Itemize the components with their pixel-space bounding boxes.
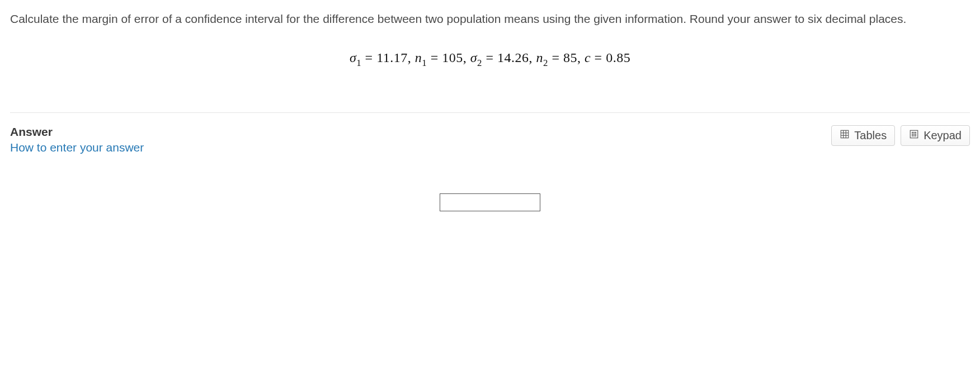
keypad-button[interactable]: Keypad [901, 125, 970, 146]
svg-point-13 [914, 136, 915, 136]
svg-point-14 [916, 136, 916, 136]
svg-point-10 [914, 134, 915, 135]
n2-value: 85 [563, 50, 577, 65]
formula-display: σ1 = 11.17, n1 = 105, σ2 = 14.26, n2 = 8… [10, 50, 970, 68]
n1-value: 105 [442, 50, 463, 65]
section-divider [10, 112, 970, 113]
svg-point-7 [914, 132, 915, 133]
tables-button[interactable]: Tables [831, 125, 895, 146]
keypad-button-label: Keypad [924, 129, 962, 142]
keypad-icon [909, 129, 919, 142]
svg-point-6 [912, 132, 913, 133]
tables-icon [840, 129, 850, 142]
answer-heading: Answer [10, 125, 144, 139]
sigma2-value: 14.26 [497, 50, 529, 65]
svg-point-8 [916, 132, 916, 133]
svg-point-9 [912, 134, 913, 135]
answer-input[interactable] [440, 193, 540, 211]
sigma1-value: 11.17 [376, 50, 408, 65]
svg-point-12 [912, 136, 913, 136]
svg-rect-0 [841, 131, 849, 139]
svg-point-11 [916, 134, 916, 135]
c-value: 0.85 [606, 50, 630, 65]
tables-button-label: Tables [854, 129, 887, 142]
how-to-enter-link[interactable]: How to enter your answer [10, 141, 144, 154]
question-text: Calculate the margin of error of a confi… [10, 10, 970, 28]
